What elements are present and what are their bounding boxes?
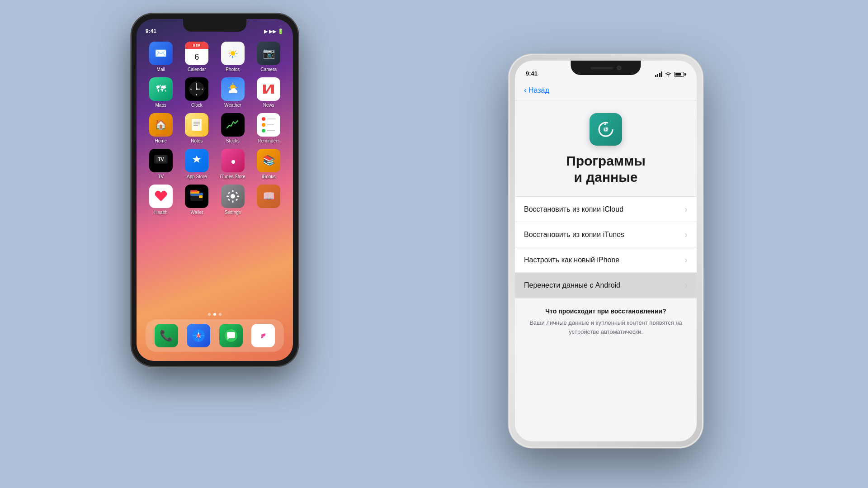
app-itunes-icon[interactable]: iTunes Store (218, 149, 247, 179)
svg-rect-33 (227, 192, 230, 194)
battery-icon (674, 72, 686, 77)
back-label: Назад (528, 86, 549, 95)
svg-rect-34 (235, 192, 238, 194)
back-button[interactable]: ‹ Назад (524, 85, 549, 95)
app-stocks-icon[interactable]: Stocks (218, 113, 247, 143)
app-clock-icon[interactable]: Clock (182, 77, 211, 108)
app-calendar[interactable]: SEP 6 Calendar (182, 42, 211, 72)
app-settings-icon[interactable]: Settings (218, 185, 247, 215)
app-row-1: ✉️ Mail SEP 6 Calendar (143, 42, 287, 72)
restore-icon: ↺ (596, 120, 615, 139)
app-reminders-icon[interactable]: Reminders (254, 113, 283, 143)
app-news-icon[interactable]: News (254, 77, 283, 108)
dock-music[interactable] (251, 324, 275, 347)
app-photos[interactable]: Photos (218, 42, 247, 72)
svg-rect-36 (235, 199, 238, 201)
notch-speaker (590, 67, 613, 69)
svg-rect-25 (199, 195, 203, 198)
phone-left-screen: 9:41 ▶ ▶▶ 🔋 ✉️ Mail SEP 6 Calend (137, 19, 293, 361)
app-grid: ✉️ Mail SEP 6 Calendar (143, 42, 287, 320)
svg-rect-35 (227, 199, 230, 201)
svg-text:TV: TV (158, 157, 164, 162)
status-icons-left: ▶ ▶▶ 🔋 (264, 28, 284, 34)
svg-rect-30 (232, 200, 233, 203)
app-wallet-icon[interactable]: Wallet (182, 185, 211, 215)
settings-title: Программы и данные (515, 153, 697, 196)
back-chevron-icon: ‹ (524, 85, 527, 95)
phone-left-dock: 📞 (146, 319, 284, 352)
phone-left: 9:41 ▶ ▶▶ 🔋 ✉️ Mail SEP 6 Calend (131, 14, 298, 366)
wifi-icon (665, 71, 672, 77)
phone-right-notch (571, 61, 641, 75)
app-health-icon[interactable]: Health (146, 185, 175, 215)
settings-item-android[interactable]: Перенести данные с Android (515, 273, 697, 298)
app-row-5: Health Wallet (143, 185, 287, 215)
app-weather-icon[interactable]: Weather (218, 77, 247, 108)
svg-rect-29 (232, 190, 233, 192)
settings-footer: Что происходит при восстановлении? Ваши … (515, 298, 697, 341)
settings-item-new-iphone[interactable]: Настроить как новый iPhone (515, 247, 697, 273)
page-dots (137, 313, 293, 316)
page-dot-1 (208, 313, 211, 316)
app-home-icon[interactable]: 🏠 Home (146, 113, 175, 143)
app-ibooks-icon[interactable]: 📚 iBooks (254, 149, 283, 179)
settings-menu-group: Восстановить из копии iCloud Восстановит… (515, 196, 697, 298)
status-time-right: 9:41 (526, 70, 538, 77)
chevron-new-iphone-icon (684, 255, 688, 265)
dock-safari[interactable] (187, 324, 210, 347)
notch-camera (617, 66, 621, 70)
phone-right-screen: 9:41 (515, 61, 697, 441)
svg-rect-16 (192, 119, 202, 131)
app-camera[interactable]: 📷 Camera (254, 42, 283, 72)
chevron-itunes-icon (684, 229, 688, 240)
dock-phone[interactable]: 📞 (155, 324, 178, 347)
app-row-4: TV TV App Store (143, 149, 287, 179)
app-tv-icon[interactable]: TV TV (146, 149, 175, 179)
svg-rect-32 (237, 196, 239, 197)
app-notes-icon[interactable]: Notes (182, 113, 211, 143)
svg-point-0 (231, 51, 235, 56)
settings-app-icon-area: ↺ (515, 100, 697, 153)
svg-rect-31 (226, 196, 229, 197)
app-row-3: 🏠 Home Notes (143, 113, 287, 143)
restore-app-icon: ↺ (590, 113, 622, 146)
app-mail[interactable]: ✉️ Mail (146, 42, 175, 72)
nav-bar: ‹ Назад (515, 81, 697, 100)
svg-text:↺: ↺ (604, 127, 608, 133)
footer-title: Что происходит при восстановлении? (526, 308, 686, 315)
app-partial-icon[interactable]: 📖 (254, 185, 283, 210)
phone-right: 9:41 (509, 54, 703, 448)
phone-left-notch (183, 19, 246, 32)
svg-rect-27 (190, 190, 198, 192)
page-dot-3 (219, 313, 222, 316)
signal-bars-icon (655, 71, 663, 77)
page-dot-2 (213, 313, 216, 316)
page-background (0, 0, 868, 488)
app-appstore-icon[interactable]: App Store (182, 149, 211, 179)
settings-content: ↺ Программы и данные Восстановить из коп… (515, 100, 697, 441)
settings-item-icloud[interactable]: Восстановить из копии iCloud (515, 197, 697, 222)
dock-messages[interactable] (219, 324, 243, 347)
chevron-icloud-icon (684, 204, 688, 214)
chevron-android-icon (684, 280, 688, 290)
status-time-left: 9:41 (146, 28, 156, 34)
status-icons-right (655, 71, 686, 77)
footer-text: Ваши личные данные и купленный контент п… (526, 318, 686, 336)
svg-point-28 (231, 194, 235, 199)
app-row-2: 🗺 Maps (143, 77, 287, 108)
app-maps-icon[interactable]: 🗺 Maps (146, 77, 175, 108)
settings-item-itunes[interactable]: Восстановить из копии iTunes (515, 222, 697, 247)
